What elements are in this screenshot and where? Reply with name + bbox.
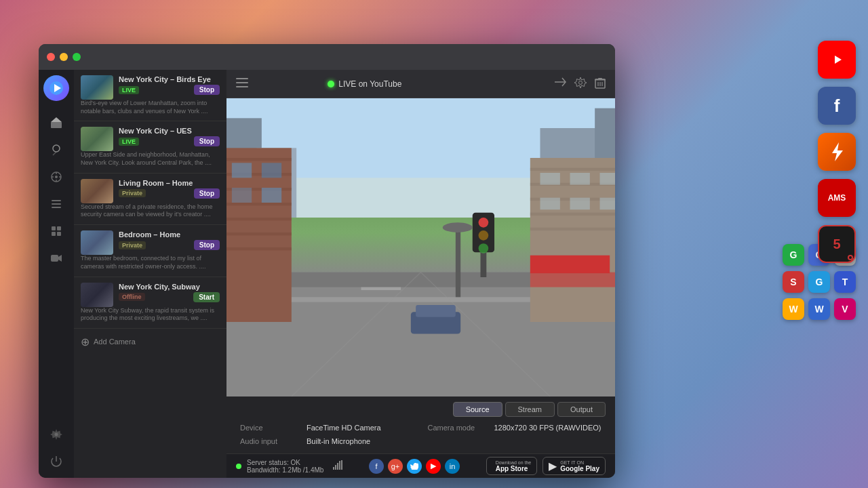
settings-grid: Device FaceTime HD Camera Camera mode 12… (226, 417, 615, 453)
small-icon-9[interactable]: V (834, 298, 856, 320)
small-icon-5[interactable]: G (808, 271, 830, 293)
svg-rect-75 (570, 173, 590, 185)
app-logo[interactable] (43, 75, 69, 101)
svg-point-84 (479, 230, 489, 241)
bottom-panel: Source Stream Output Device FaceTime HD … (226, 396, 615, 453)
add-camera-icon: ⊕ (81, 336, 90, 348)
svg-marker-22 (58, 255, 62, 262)
small-icon-4[interactable]: S (783, 271, 804, 293)
delete-icon[interactable] (595, 77, 606, 92)
five-icon[interactable]: 5 (818, 225, 856, 263)
small-icon-6[interactable]: T (834, 271, 856, 293)
youtube-icon[interactable] (818, 41, 856, 79)
camera-info-5: New York City, Subway Offline Start (119, 283, 220, 304)
svg-rect-15 (52, 203, 61, 205)
thunder-icon[interactable] (818, 133, 856, 171)
stop-button-1[interactable]: Stop (194, 85, 220, 95)
sidebar-icon-video[interactable] (45, 247, 67, 269)
svg-rect-57 (226, 218, 292, 220)
start-button-5[interactable]: Start (193, 292, 220, 302)
setting-value-camera-mode: 868x488 30 FPS (RAWVIDEO) (494, 424, 601, 432)
social-linkedin[interactable]: in (445, 459, 460, 474)
svg-point-83 (479, 218, 489, 228)
top-bar-icons (554, 77, 606, 92)
svg-rect-56 (226, 203, 292, 205)
sidebar-icon-settings[interactable] (45, 424, 67, 445)
server-status-text: Server status: OK (247, 459, 323, 466)
share-icon[interactable] (554, 77, 566, 92)
sidebar-icon-map[interactable] (45, 139, 67, 161)
svg-point-27 (578, 81, 582, 84)
svg-point-89 (443, 222, 473, 232)
camera-item-subway[interactable]: New York City, Subway Offline Start New … (74, 277, 226, 329)
menu-icon[interactable] (236, 78, 248, 90)
settings-icon[interactable] (574, 77, 587, 92)
camera-name-2: New York City – UES (119, 127, 220, 135)
svg-rect-53 (226, 158, 292, 161)
svg-rect-16 (52, 207, 61, 208)
google-play-badge[interactable]: ▶ GET IT ON Google Play (542, 457, 606, 475)
tab-stream[interactable]: Stream (505, 402, 555, 417)
social-twitter[interactable] (407, 459, 422, 474)
svg-rect-26 (236, 86, 248, 87)
svg-rect-72 (530, 213, 615, 216)
svg-rect-95 (337, 463, 338, 470)
camera-item-nyc-birds-eye[interactable]: New York City – Birds Eye LIVE Stop Bird… (74, 70, 226, 121)
add-camera-button[interactable]: ⊕ Add Camera (74, 329, 226, 355)
svg-rect-69 (530, 168, 615, 171)
minimize-button[interactable] (60, 53, 68, 61)
camera-thumb-nyc1 (81, 75, 113, 100)
sidebar-icon-list[interactable] (45, 193, 67, 215)
svg-rect-93 (333, 467, 334, 470)
social-facebook[interactable]: f (369, 459, 384, 474)
camera-desc-4: The master bedroom, connected to my list… (81, 255, 220, 270)
social-youtube[interactable]: ▶ (426, 459, 441, 474)
status-badge-4: Private (119, 241, 146, 249)
maximize-button[interactable] (73, 53, 81, 61)
setting-camera-mode: Camera mode 868x488 30 FPS (RAWVIDEO) (428, 424, 602, 432)
sidebar-icon-grid[interactable] (45, 220, 67, 242)
small-icon-1[interactable]: G (783, 244, 804, 266)
camera-name-1: New York City – Birds Eye (119, 75, 220, 83)
footer-social: f g+ ▶ in (369, 459, 460, 474)
svg-point-7 (53, 145, 60, 152)
sidebar-icon-location[interactable] (45, 166, 67, 188)
status-badge-1: LIVE (119, 86, 139, 94)
tab-output[interactable]: Output (557, 402, 606, 417)
svg-rect-77 (540, 198, 560, 210)
close-button[interactable] (47, 53, 55, 61)
svg-rect-19 (52, 232, 56, 236)
svg-rect-66 (232, 188, 252, 203)
svg-rect-14 (52, 200, 61, 201)
small-icon-7[interactable]: W (783, 298, 804, 320)
small-icon-8[interactable]: W (808, 298, 830, 320)
desktop-icons-main: f AMS 5 (818, 41, 856, 263)
tab-source[interactable]: Source (453, 402, 502, 417)
setting-audio-input: Audio input Built-in Microphone (240, 437, 414, 445)
ams-icon[interactable]: AMS (818, 179, 856, 217)
facebook-icon[interactable]: f (818, 87, 856, 125)
status-badge-2: LIVE (119, 138, 139, 146)
svg-rect-92 (530, 272, 615, 287)
svg-rect-67 (262, 188, 281, 203)
stop-button-4[interactable]: Stop (194, 240, 220, 250)
svg-rect-74 (540, 173, 560, 185)
svg-point-9 (55, 176, 58, 178)
sidebar-icon-home[interactable] (45, 112, 67, 134)
svg-rect-17 (52, 226, 56, 230)
google-play-top: GET IT ON (560, 460, 599, 465)
stop-button-2[interactable]: Stop (194, 136, 220, 146)
svg-rect-51 (361, 287, 401, 290)
svg-rect-87 (416, 305, 456, 317)
camera-item-nyc-ues[interactable]: New York City – UES LIVE Stop Upper East… (74, 121, 226, 173)
stop-button-3[interactable]: Stop (194, 188, 220, 199)
sidebar-icon-power[interactable] (45, 451, 67, 472)
app-store-badge[interactable]: Download on the App Store (486, 457, 538, 475)
add-camera-label: Add Camera (94, 338, 136, 346)
social-googleplus[interactable]: g+ (388, 459, 403, 474)
svg-rect-20 (57, 232, 61, 236)
camera-item-living-room[interactable]: Living Room – Home Private Stop Secured … (74, 174, 226, 225)
camera-item-bedroom[interactable]: Bedroom – Home Private Stop The master b… (74, 225, 226, 277)
camera-desc-2: Upper East Side and neighborhood, Manhat… (81, 151, 220, 167)
bandwidth-text: Bandwidth: 1.2Mb /1.4Mb (247, 466, 323, 474)
